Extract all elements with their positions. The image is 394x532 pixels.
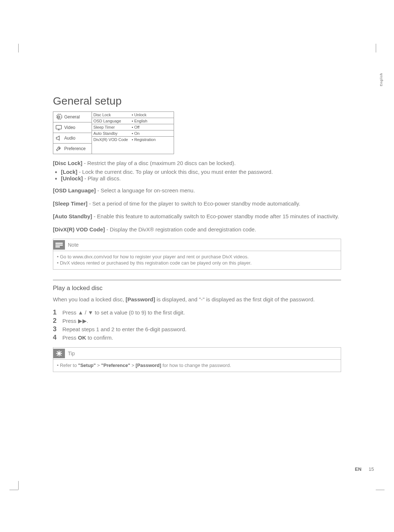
crop-mark <box>18 44 19 52</box>
t: > <box>130 363 136 368</box>
note-icon <box>53 240 65 250</box>
tip-block: Tip • Refer to "Setup" > "Preference" > … <box>53 347 341 372</box>
menu-row[interactable]: Disc Lock• Unlock <box>92 112 174 118</box>
opt-val: • Unlock <box>132 113 172 117</box>
menu-row[interactable]: DivX(R) VOD Code• Registration <box>92 137 174 142</box>
label: [Lock] <box>61 169 77 175</box>
disc-lock-para: [Disc Lock] - Restrict the play of a dis… <box>53 159 341 167</box>
svg-point-0 <box>58 116 60 118</box>
label: [Auto Standby] <box>53 213 92 219</box>
asterisk-icon <box>53 349 65 358</box>
gear-icon <box>55 113 62 121</box>
svg-rect-1 <box>56 125 62 129</box>
list-item: [Lock] - Lock the current disc. To play … <box>61 169 341 175</box>
note-text: DivX videos rented or purchased by this … <box>60 260 251 266</box>
divider <box>53 280 341 280</box>
opt-val: • Off <box>132 125 172 129</box>
label: [Sleep Timer] <box>53 200 88 207</box>
step-num: 1 <box>53 309 58 316</box>
step: 4Press OK to confirm. <box>53 334 341 341</box>
step: 2Press ▶▶. <box>53 317 341 325</box>
step: 1Press ▲ / ▼ to set a value (0 to 9) to … <box>53 309 341 316</box>
t: Press <box>62 335 78 341</box>
note-text: Go to www.divx.com/vod for how to regist… <box>60 254 248 259</box>
t: > <box>96 363 101 368</box>
menu-item-audio[interactable]: Audio <box>53 133 92 144</box>
subsection-title: Play a locked disc <box>53 285 341 292</box>
tip-body: • Refer to "Setup" > "Preference" > [Pas… <box>53 359 341 372</box>
note-block: Note • Go to www.divx.com/vod for how to… <box>53 239 341 270</box>
desc: - Play all discs. <box>83 175 121 181</box>
menu-item-general[interactable]: General <box>53 112 92 122</box>
wrench-icon <box>55 145 62 152</box>
label: [OSD Language] <box>53 187 96 193</box>
t: to confirm. <box>86 335 113 341</box>
footer-page: 15 <box>369 466 374 472</box>
desc: - Select a language for on-screen menu. <box>96 187 195 193</box>
t: Refer to <box>60 363 78 368</box>
t: OK <box>78 335 86 341</box>
menu-label: Video <box>64 125 75 130</box>
menu-row[interactable]: Auto Standby• On <box>92 130 174 137</box>
monitor-icon <box>55 124 62 131</box>
label: [Disc Lock] <box>53 160 82 166</box>
note-header: Note <box>53 239 341 251</box>
step-text: Press OK to confirm. <box>62 335 113 341</box>
sleep-para: [Sleep Timer] - Set a period of time for… <box>53 200 341 208</box>
t: When you load a locked disc, <box>53 296 125 302</box>
opt-val: • On <box>132 131 172 136</box>
step: 3Repeat steps 1 and 2 to enter the 6-dig… <box>53 325 341 333</box>
desc: - Restrict the play of a disc (maximum 2… <box>82 160 236 166</box>
t: for how to change the password. <box>161 363 231 368</box>
auto-para: [Auto Standby] - Enable this feature to … <box>53 212 341 220</box>
t: is displayed, and "-" is displayed as th… <box>155 296 315 302</box>
desc: - Lock the current disc. To play or unlo… <box>77 169 273 175</box>
menu-label: Audio <box>64 136 76 141</box>
language-side-label: English <box>379 73 383 86</box>
osd-para: [OSD Language] - Select a language for o… <box>53 187 341 195</box>
label: [Password] <box>125 296 155 302</box>
menu-item-video[interactable]: Video <box>53 122 92 133</box>
step-text: Press ▲ / ▼ to set a value (0 to 9) to t… <box>62 309 185 316</box>
opt-key: Sleep Timer <box>93 125 132 129</box>
note-item: • DivX videos rented or purchased by thi… <box>57 260 337 266</box>
menu-item-preference[interactable]: Preference <box>53 144 92 154</box>
list-item: [Unlock] - Play all discs. <box>61 175 341 181</box>
step-text: Press ▶▶. <box>62 318 88 324</box>
step-num: 2 <box>53 317 58 325</box>
tip-item: • Refer to "Setup" > "Preference" > [Pas… <box>57 363 337 368</box>
page-footer: EN 15 <box>355 466 374 472</box>
svg-rect-4 <box>55 246 60 247</box>
svg-rect-2 <box>55 243 63 244</box>
desc: - Enable this feature to automatically s… <box>92 213 339 219</box>
crop-mark <box>376 44 376 52</box>
opt-key: DivX(R) VOD Code <box>93 137 132 142</box>
play-intro: When you load a locked disc, [Password] … <box>53 296 341 304</box>
tip-header: Tip <box>53 348 341 359</box>
opt-val: • Registration <box>132 137 172 142</box>
menu-row[interactable]: Sleep Timer• Off <box>92 124 174 130</box>
opt-key: OSD Language <box>93 119 132 123</box>
menu-label: Preference <box>64 146 86 151</box>
speaker-icon <box>55 134 62 142</box>
step-text: Repeat steps 1 and 2 to enter the 6-digi… <box>62 326 186 332</box>
t: [Password] <box>136 363 161 368</box>
settings-menu: General Video Audio Preference Disc Lock… <box>53 112 174 154</box>
svg-rect-3 <box>55 245 63 246</box>
disc-lock-list: [Lock] - Lock the current disc. To play … <box>53 169 341 181</box>
note-item: • Go to www.divx.com/vod for how to regi… <box>57 254 337 259</box>
page-content: General setup General Video Audio Prefer… <box>53 95 341 377</box>
crop-mark <box>376 490 385 490</box>
menu-options: Disc Lock• Unlock OSD Language• English … <box>92 112 174 154</box>
t: "Preference" <box>101 363 130 368</box>
section-title: General setup <box>53 95 341 107</box>
menu-label: General <box>64 114 80 120</box>
opt-val: • English <box>132 119 172 123</box>
tip-title: Tip <box>68 351 75 356</box>
desc: - Set a period of time for the player to… <box>88 200 300 207</box>
menu-row[interactable]: OSD Language• English <box>92 118 174 124</box>
opt-key: Disc Lock <box>93 113 132 117</box>
note-title: Note <box>68 242 79 248</box>
opt-key: Auto Standby <box>93 131 132 136</box>
desc: - Display the DivX® registration code an… <box>105 226 256 232</box>
